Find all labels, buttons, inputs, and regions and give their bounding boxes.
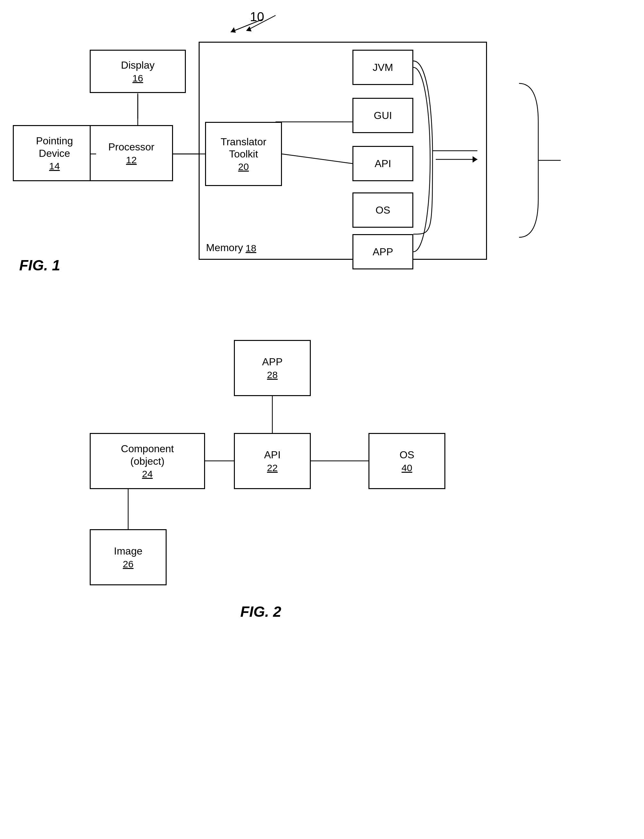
svg-marker-10 xyxy=(246,26,251,31)
fig2-app-number: 28 xyxy=(267,369,278,381)
pointing-device-number: 14 xyxy=(49,161,59,171)
fig2-app-box: APP 28 xyxy=(234,340,311,396)
image-label: Image xyxy=(114,545,143,557)
fig1-diagram: 10 Display 16 PointingDevice 14 Processo… xyxy=(0,0,644,288)
fig1-app-inner-label: APP xyxy=(373,246,393,258)
memory-label: Memory xyxy=(206,242,243,254)
translator-toolkit-number: 20 xyxy=(238,162,249,172)
fig1-api-label: API xyxy=(375,157,391,170)
fig2-app-label: APP xyxy=(262,356,283,368)
fig2-api-label: API xyxy=(264,449,281,461)
gui-label: GUI xyxy=(374,109,392,122)
component-number: 24 xyxy=(142,468,153,480)
display-number: 16 xyxy=(132,73,143,84)
fig2-os-box: OS 40 xyxy=(368,433,445,489)
image-box: Image 26 xyxy=(90,529,167,585)
fig1-label: FIG. 1 xyxy=(19,257,60,274)
pointing-device-box: PointingDevice 14 xyxy=(13,125,96,181)
processor-box: Processor 12 xyxy=(90,125,173,181)
fig1-os-box: OS xyxy=(352,193,413,228)
translator-toolkit-label: TranslatorToolkit xyxy=(221,136,266,160)
fig2-os-number: 40 xyxy=(401,463,412,473)
jvm-box: JVM xyxy=(352,50,413,85)
diagram-number-10: 10 xyxy=(250,10,264,24)
translator-toolkit-box: TranslatorToolkit 20 xyxy=(205,122,282,186)
svg-marker-1 xyxy=(231,27,236,33)
processor-label: Processor xyxy=(108,141,154,153)
pointing-device-label: PointingDevice xyxy=(36,135,73,159)
processor-number: 12 xyxy=(126,155,136,165)
display-label: Display xyxy=(121,59,155,71)
fig2-api-box: API 22 xyxy=(234,433,311,489)
fig1-os-label: OS xyxy=(376,204,390,216)
fig2-diagram: APP 28 API 22 Component(object) 24 OS 40… xyxy=(0,321,644,641)
image-number: 26 xyxy=(123,559,133,570)
fig2-label: FIG. 2 xyxy=(240,603,281,620)
memory-number: 18 xyxy=(246,243,256,254)
component-label: Component(object) xyxy=(121,443,174,467)
fig1-app-inner-box: APP xyxy=(352,234,413,269)
fig1-api-box: API xyxy=(352,146,413,181)
component-box: Component(object) 24 xyxy=(90,433,205,489)
fig2-api-number: 22 xyxy=(267,463,278,473)
fig2-os-label: OS xyxy=(399,449,414,461)
gui-box: GUI xyxy=(352,98,413,133)
display-box: Display 16 xyxy=(90,50,186,93)
jvm-label: JVM xyxy=(373,61,393,73)
